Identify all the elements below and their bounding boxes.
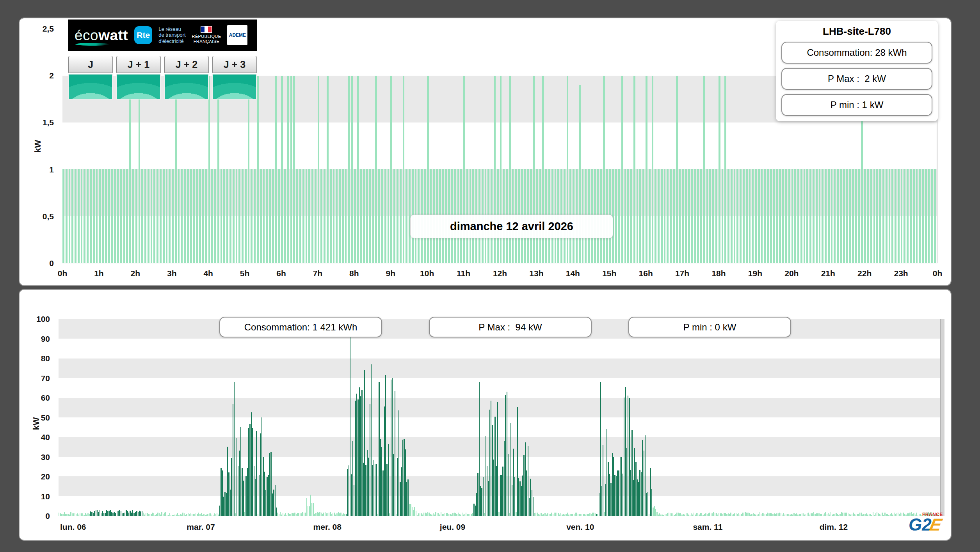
bar — [471, 514, 471, 516]
bar — [846, 169, 848, 263]
bar — [284, 515, 285, 516]
bar — [62, 514, 63, 516]
bar — [637, 479, 638, 516]
bar — [188, 513, 189, 516]
y-tick-label: 0,5 — [43, 212, 54, 221]
bar — [614, 475, 615, 516]
ecowatt-gauge-icon — [212, 74, 257, 99]
x-tick-label: 14h — [566, 269, 580, 278]
bar — [233, 404, 233, 516]
bar — [487, 466, 487, 516]
bar — [450, 514, 450, 516]
bar — [377, 514, 378, 516]
ecowatt-day-tab-1[interactable]: J + 1 — [116, 56, 161, 99]
bar — [800, 169, 802, 263]
bar — [363, 169, 365, 263]
bar — [280, 512, 281, 516]
bar — [75, 513, 75, 516]
bar — [809, 515, 810, 516]
bar — [380, 439, 381, 516]
bar — [526, 470, 527, 516]
bar — [168, 515, 169, 516]
bar — [550, 514, 551, 516]
bar — [662, 515, 663, 516]
ecowatt-day-tab-3[interactable]: J + 3 — [212, 56, 257, 99]
bar — [209, 513, 210, 516]
bar — [210, 513, 211, 516]
bar — [772, 514, 773, 516]
bar — [391, 380, 391, 516]
bar — [310, 495, 311, 516]
bar — [140, 511, 141, 516]
bar — [734, 169, 736, 263]
bar — [743, 169, 745, 263]
bar — [106, 510, 107, 516]
bar — [837, 514, 838, 516]
bar — [746, 513, 747, 516]
bar — [925, 169, 927, 263]
bar — [98, 512, 99, 516]
bar — [771, 513, 772, 516]
bar — [205, 169, 207, 263]
ecowatt-day-tabs: JJ + 1J + 2J + 3 — [68, 56, 257, 99]
bar — [624, 398, 624, 516]
bar — [456, 514, 457, 516]
bar — [891, 513, 892, 516]
bar — [330, 169, 332, 263]
bar — [828, 169, 830, 263]
bar — [904, 169, 905, 263]
bar — [186, 514, 187, 516]
bar — [289, 514, 290, 516]
bar — [898, 169, 900, 263]
bar — [114, 169, 116, 263]
bar — [887, 514, 888, 516]
bar — [582, 514, 582, 516]
bar — [753, 513, 754, 516]
bar — [352, 441, 353, 516]
bar — [875, 513, 876, 516]
x-tick-label: 7h — [313, 269, 323, 278]
bar — [572, 514, 573, 516]
bar — [135, 512, 136, 516]
ecowatt-day-tab-2[interactable]: J + 2 — [164, 56, 209, 99]
bar — [889, 169, 891, 263]
bar — [114, 512, 115, 516]
x-tick-label: sam. 11 — [693, 522, 722, 532]
bar — [126, 169, 128, 263]
bar — [804, 515, 805, 516]
bar — [882, 513, 882, 516]
bar — [855, 169, 857, 263]
bar — [493, 460, 494, 516]
bar — [122, 513, 123, 516]
x-tick-label: 17h — [675, 269, 689, 278]
bar — [84, 515, 84, 516]
bar — [447, 513, 448, 516]
bar — [849, 169, 851, 263]
bar — [166, 169, 168, 263]
bar — [720, 513, 720, 516]
bar — [680, 513, 681, 516]
bar — [369, 169, 371, 263]
bar — [816, 169, 818, 263]
bar — [207, 514, 208, 516]
bar — [600, 382, 601, 516]
bar — [264, 472, 265, 516]
bar — [532, 490, 532, 516]
bar — [388, 444, 389, 516]
bar — [761, 169, 763, 263]
bar — [61, 514, 62, 516]
bar — [608, 462, 608, 516]
bar — [595, 513, 596, 516]
bar — [178, 515, 179, 516]
bar — [709, 513, 710, 516]
x-tick-label: 23h — [894, 269, 908, 278]
bar — [863, 514, 864, 516]
bar — [427, 512, 428, 516]
ecowatt-day-tab-0[interactable]: J — [68, 56, 113, 99]
bar — [68, 514, 69, 516]
bar — [504, 441, 505, 516]
bar — [227, 447, 228, 516]
bar — [626, 448, 627, 516]
bar — [703, 76, 705, 263]
bar — [402, 440, 403, 516]
